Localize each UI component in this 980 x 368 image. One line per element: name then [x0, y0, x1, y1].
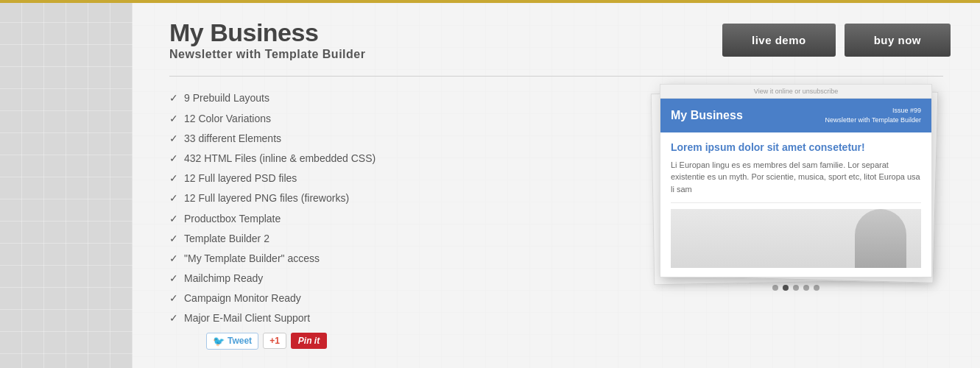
features-list: ✓ 9 Prebuild Layouts ✓ 12 Color Variatio… [169, 91, 619, 325]
gplus-button[interactable]: +1 [263, 333, 286, 349]
issue-line2: Newsletter with Template Builder [825, 116, 921, 125]
gplus-label: +1 [269, 336, 280, 346]
main-title: My Business [169, 19, 722, 46]
subtitle: Newsletter with Template Builder [169, 48, 722, 61]
list-item: ✓ 432 HTML Files (inline & embedded CSS) [169, 152, 619, 165]
list-item: ✓ 12 Full layered PSD files [169, 171, 619, 185]
email-issue: Issue #99 Newsletter with Template Build… [825, 106, 921, 124]
header-section: My Business Newsletter with Template Bui… [133, 3, 980, 76]
content-panel: My Business Newsletter with Template Bui… [133, 3, 980, 368]
check-icon: ✓ [169, 272, 178, 285]
email-image-person [855, 209, 906, 268]
email-preview-wrapper: View it online or unsubscribe My Busines… [649, 84, 943, 291]
pagination-dot-5[interactable] [814, 285, 819, 291]
features-column: ✓ 9 Prebuild Layouts ✓ 12 Color Variatio… [169, 91, 619, 356]
pagination-dots [649, 285, 943, 291]
tweet-button[interactable]: 🐦 Tweet [206, 333, 258, 350]
check-icon: ✓ [169, 112, 178, 125]
email-preview-panel: View it online or unsubscribe My Busines… [649, 91, 943, 356]
buy-now-button[interactable]: buy now [845, 24, 951, 57]
check-icon: ✓ [169, 311, 178, 325]
email-top-bar: View it online or unsubscribe [660, 85, 931, 99]
list-item: ✓ 9 Prebuild Layouts [169, 91, 619, 105]
email-body-text: Li Europan lingu es es membres del sam f… [671, 159, 921, 204]
check-icon: ✓ [169, 191, 178, 205]
list-item: ✓ Productbox Template [169, 212, 619, 225]
pagination-dot-2[interactable] [783, 285, 789, 291]
list-item: ✓ Mailchimp Ready [169, 272, 619, 285]
list-item: ✓ 12 Color Variations [169, 112, 619, 125]
list-item: ✓ "My Template Builder" access [169, 252, 619, 265]
list-item: ✓ 33 different Elements [169, 132, 619, 145]
two-col-layout: ✓ 9 Prebuild Layouts ✓ 12 Color Variatio… [133, 77, 980, 368]
email-header: My Business Issue #99 Newsletter with Te… [660, 99, 931, 132]
title-block: My Business Newsletter with Template Bui… [169, 19, 722, 61]
list-item: ✓ Template Builder 2 [169, 232, 619, 245]
check-icon: ✓ [169, 132, 178, 145]
pagination-dot-3[interactable] [793, 285, 799, 291]
pin-button[interactable]: Pin it [291, 333, 327, 349]
check-icon: ✓ [169, 171, 178, 185]
list-item: ✓ 12 Full layered PNG files (fireworks) [169, 191, 619, 205]
header-buttons: live demo buy now [722, 24, 951, 57]
list-item: ✓ Major E-Mail Client Support [169, 311, 619, 325]
check-icon: ✓ [169, 291, 178, 305]
tweet-label: Tweet [228, 336, 252, 346]
check-icon: ✓ [169, 212, 178, 225]
list-item-campaign-monitor: ✓ Campaign Monitor Ready [169, 291, 619, 305]
email-logo: My Business [671, 109, 743, 122]
check-icon: ✓ [169, 152, 178, 165]
main-content-area: My Business Newsletter with Template Bui… [133, 3, 980, 368]
email-card: View it online or unsubscribe My Busines… [660, 84, 932, 277]
email-body: Lorem ipsum dolor sit amet consetetur! L… [660, 132, 931, 277]
social-buttons: 🐦 Tweet +1 Pin it [169, 333, 619, 357]
check-icon: ✓ [169, 232, 178, 245]
email-headline: Lorem ipsum dolor sit amet consetetur! [671, 141, 921, 153]
check-icon: ✓ [169, 252, 178, 265]
issue-line1: Issue #99 [825, 106, 921, 116]
pagination-dot-1[interactable] [772, 285, 778, 291]
pagination-dot-4[interactable] [803, 285, 809, 291]
check-icon: ✓ [169, 91, 178, 105]
email-image-placeholder [671, 209, 921, 268]
email-top-bar-text: View it online or unsubscribe [754, 88, 838, 95]
twitter-icon: 🐦 [213, 336, 225, 347]
pin-label: Pin it [298, 336, 320, 346]
live-demo-button[interactable]: live demo [722, 24, 836, 57]
